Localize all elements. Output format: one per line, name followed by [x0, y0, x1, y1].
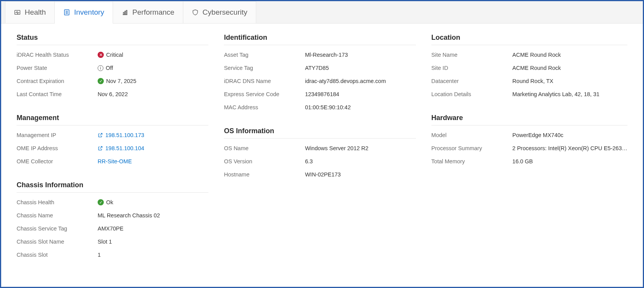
column-2: Identification Asset Tag Ml-Research-173… [224, 34, 416, 261]
row-location-details: Location Details Marketing Analytics Lab… [431, 88, 627, 101]
row-ome-collector: OME Collector RR-Site-OME [17, 155, 208, 168]
external-link-icon [98, 146, 103, 151]
chassis-health-text: Ok [106, 199, 113, 205]
row-os-name: OS Name Windows Server 2012 R2 [224, 142, 416, 155]
row-management-ip: Management IP 198.51.100.173 [17, 129, 208, 142]
chassis-service-tag-value: AMX70PE [98, 225, 123, 232]
tab-performance[interactable]: Performance [113, 1, 183, 23]
row-express-service-code: Express Service Code 12349876184 [224, 88, 416, 101]
section-location: Location Site Name ACME Round Rock Site … [431, 34, 627, 101]
svg-rect-8 [126, 10, 127, 15]
critical-icon: ✕ [98, 52, 104, 58]
ome-collector-link[interactable]: RR-Site-OME [98, 158, 132, 164]
hostname-value: WIN-02PE173 [305, 171, 341, 178]
row-os-version: OS Version 6.3 [224, 155, 416, 168]
list-icon [63, 9, 70, 16]
shield-icon [192, 9, 199, 16]
idrac-health-text: Critical [106, 52, 123, 58]
section-identification: Identification Asset Tag Ml-Research-173… [224, 34, 416, 114]
service-tag-value: ATY7D85 [305, 65, 329, 71]
os-version-value: 6.3 [305, 158, 313, 164]
model-value: PowerEdge MX740c [512, 132, 563, 138]
external-link-icon [98, 132, 103, 138]
row-mac-address: MAC Address 01:00:5E:90:10:42 [224, 101, 416, 114]
os-version-label: OS Version [224, 158, 305, 164]
idrac-dns-label: iDRAC DNS Name [224, 78, 305, 84]
section-status: Status iDRAC Health Status ✕ Critical Po… [17, 34, 208, 101]
location-details-value: Marketing Analytics Lab, 42, 18, 31 [512, 91, 600, 97]
contract-expiration-value: ✓ Nov 7, 2025 [98, 78, 136, 84]
ome-collector-text: RR-Site-OME [98, 158, 132, 164]
tab-bar: Health Inventory [1, 1, 643, 24]
management-ip-link[interactable]: 198.51.100.173 [98, 132, 144, 138]
tab-cybersecurity-label: Cybersecurity [203, 8, 247, 17]
section-os: OS Information OS Name Windows Server 20… [224, 127, 416, 181]
bar-chart-icon [122, 9, 128, 16]
tab-cybersecurity[interactable]: Cybersecurity [183, 1, 256, 23]
processor-summary-label: Processor Summary [431, 145, 512, 151]
ome-ip-label: OME IP Address [17, 145, 98, 151]
app-frame: Health Inventory [0, 0, 644, 288]
tab-inventory[interactable]: Inventory [54, 1, 113, 23]
power-state-label: Power State [17, 65, 98, 71]
row-site-id: Site ID ACME Round Rock [431, 61, 627, 75]
management-ip-label: Management IP [17, 132, 98, 138]
contract-expiration-label: Contract Expiration [17, 78, 98, 84]
last-contact-value: Nov 6, 2022 [98, 91, 128, 97]
tab-inventory-label: Inventory [74, 8, 104, 17]
express-service-code-value: 12349876184 [305, 91, 339, 97]
row-ome-ip: OME IP Address 198.51.100.104 [17, 142, 208, 155]
tab-health[interactable]: Health [5, 1, 55, 23]
os-name-value: Windows Server 2012 R2 [305, 145, 368, 151]
row-chassis-slot-name: Chassis Slot Name Slot 1 [17, 235, 208, 248]
row-power-state: Power State i Off [17, 61, 208, 75]
section-chassis-title: Chassis Information [17, 181, 208, 193]
row-chassis-slot: Chassis Slot 1 [17, 248, 208, 261]
hostname-label: Hostname [224, 171, 305, 178]
section-location-title: Location [431, 34, 627, 45]
ome-ip-link[interactable]: 198.51.100.104 [98, 145, 144, 151]
row-site-name: Site Name ACME Round Rock [431, 48, 627, 61]
processor-summary-value: 2 Processors: Intel(R) Xeon(R) CPU E5-26… [512, 145, 627, 151]
section-hardware: Hardware Model PowerEdge MX740c Processo… [431, 114, 627, 168]
chassis-service-tag-label: Chassis Service Tag [17, 225, 98, 232]
site-name-value: ACME Round Rock [512, 52, 561, 58]
chassis-slot-name-value: Slot 1 [98, 239, 112, 245]
site-id-label: Site ID [431, 65, 512, 71]
section-management: Management Management IP 198.51.100.173 … [17, 114, 208, 168]
row-chassis-service-tag: Chassis Service Tag AMX70PE [17, 222, 208, 235]
section-hardware-title: Hardware [431, 114, 627, 125]
location-details-label: Location Details [431, 91, 512, 97]
section-management-title: Management [17, 114, 208, 125]
ome-collector-label: OME Collector [17, 158, 98, 164]
ome-ip-text: 198.51.100.104 [105, 145, 144, 151]
idrac-dns-value: idrac-aty7d85.devops.acme.com [305, 78, 386, 84]
section-identification-title: Identification [224, 34, 416, 45]
row-total-memory: Total Memory 16.0 GB [431, 155, 627, 168]
tab-health-label: Health [25, 8, 46, 17]
row-service-tag: Service Tag ATY7D85 [224, 61, 416, 75]
row-model: Model PowerEdge MX740c [431, 129, 627, 142]
section-status-title: Status [17, 34, 208, 45]
section-os-title: OS Information [224, 127, 416, 139]
datacenter-value: Round Rock, TX [512, 78, 553, 84]
row-contract-expiration: Contract Expiration ✓ Nov 7, 2025 [17, 75, 208, 88]
asset-tag-label: Asset Tag [224, 52, 305, 58]
site-name-label: Site Name [431, 52, 512, 58]
row-idrac-health: iDRAC Health Status ✕ Critical [17, 48, 208, 61]
chassis-name-label: Chassis Name [17, 212, 98, 219]
site-id-value: ACME Round Rock [512, 65, 561, 71]
chassis-slot-value: 1 [98, 252, 101, 258]
chassis-health-label: Chassis Health [17, 199, 98, 205]
row-hostname: Hostname WIN-02PE173 [224, 168, 416, 181]
svg-rect-6 [123, 12, 124, 15]
ok-icon: ✓ [98, 78, 104, 84]
express-service-code-label: Express Service Code [224, 91, 305, 97]
column-1: Status iDRAC Health Status ✕ Critical Po… [17, 34, 208, 261]
row-chassis-health: Chassis Health ✓ Ok [17, 196, 208, 209]
management-ip-text: 198.51.100.173 [105, 132, 144, 138]
power-state-text: Off [106, 65, 113, 71]
total-memory-value: 16.0 GB [512, 158, 533, 164]
power-state-value: i Off [98, 65, 113, 71]
section-chassis: Chassis Information Chassis Health ✓ Ok … [17, 181, 208, 261]
